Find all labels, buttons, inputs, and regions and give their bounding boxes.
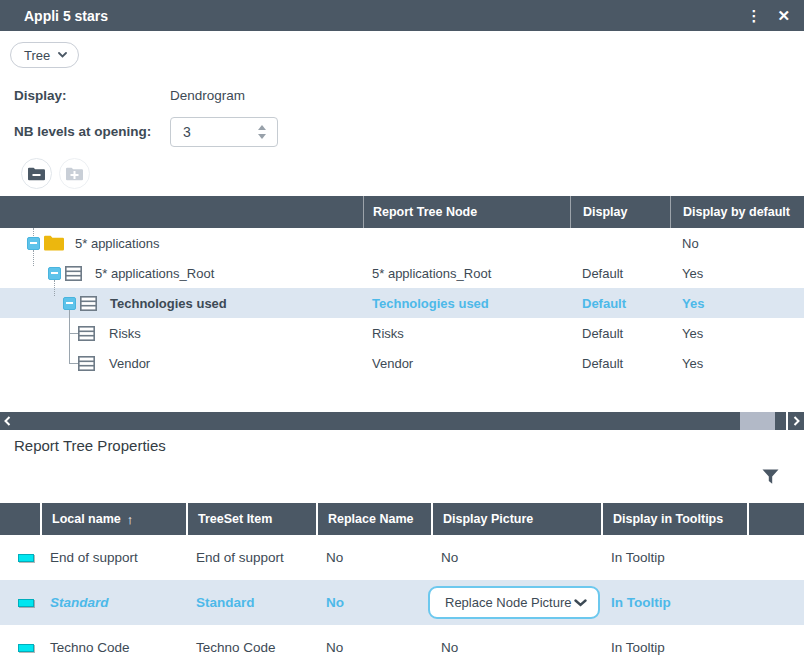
display-label: Display: (14, 88, 67, 103)
cell-display: Default (570, 356, 670, 371)
scrollbar-thumb[interactable] (740, 412, 775, 430)
view-selector-label: Tree (24, 48, 50, 63)
tree-node-icon (80, 296, 97, 311)
tree-table: Report Tree Node Display Display by defa… (0, 196, 804, 378)
col-display-picture[interactable]: Display Picture (431, 503, 601, 535)
tree-table-col-display: Display (570, 196, 670, 228)
stepper-up-icon[interactable] (258, 125, 266, 130)
cell-display-by-default: Yes (670, 296, 804, 311)
report-tree-dialog: Appli 5 stars ⋮ ✕ Tree Display: Dendrogr… (0, 0, 804, 663)
cell-report-tree-node: Vendor (363, 356, 570, 371)
cell-display-by-default: Yes (670, 356, 804, 371)
cell-treeset-item: End of support (186, 550, 316, 565)
chevron-down-icon (58, 52, 67, 58)
cell-treeset-item: Techno Code (186, 640, 316, 655)
tree-table-col-display-by-default: Display by default (670, 196, 804, 228)
col-treeset-item[interactable]: TreeSet Item (186, 503, 316, 535)
tree-row-vendor[interactable]: Vendor Vendor Default Yes (0, 348, 804, 378)
tree-node-label: Vendor (109, 356, 150, 371)
folder-icon (44, 235, 64, 251)
horizontal-scrollbar (0, 412, 804, 430)
tree-node-label: 5* applications (75, 236, 160, 251)
tree-node-icon (78, 356, 95, 371)
tree-row-5-star-applications[interactable]: 5* applications No (0, 228, 804, 258)
cell-display-in-tooltips: In Tooltip (601, 550, 747, 565)
scroll-right-icon (793, 416, 800, 426)
property-row-standard[interactable]: Standard Standard No Replace Node Pictur… (0, 580, 804, 625)
cell-display-by-default: Yes (670, 266, 804, 281)
cell-display-by-default: Yes (670, 326, 804, 341)
properties-section-title: Report Tree Properties (14, 437, 166, 454)
node-picture-swatch (18, 599, 34, 607)
properties-table: Local name ↑ TreeSet Item Replace Name D… (0, 503, 804, 663)
cell-display-in-tooltips: In Tooltip (601, 640, 747, 655)
cell-display-picture: No (431, 550, 601, 565)
properties-table-header: Local name ↑ TreeSet Item Replace Name D… (0, 503, 804, 535)
collapse-toggle-icon[interactable] (48, 267, 61, 280)
node-picture-swatch (18, 554, 34, 562)
col-spacer (747, 503, 804, 535)
cell-treeset-item: Standard (186, 595, 316, 610)
cell-replace-name: No (316, 640, 431, 655)
property-row-techno-code[interactable]: Techno Code Techno Code No No In Tooltip (0, 625, 804, 663)
col-local-name[interactable]: Local name ↑ (40, 503, 186, 535)
cell-report-tree-node: 5* applications_Root (363, 266, 570, 281)
display-value: Dendrogram (170, 88, 245, 103)
property-row-end-of-support[interactable]: End of support End of support No No In T… (0, 535, 804, 580)
folder-plus-icon (66, 167, 83, 181)
tree-row-technologies-used[interactable]: Technologies used Technologies used Defa… (0, 288, 804, 318)
tree-toolbar (21, 158, 90, 189)
filter-button[interactable] (761, 468, 780, 489)
col-picture (0, 503, 40, 535)
nb-levels-input[interactable] (171, 124, 258, 140)
dialog-title: Appli 5 stars (24, 8, 108, 24)
cell-replace-name: No (316, 550, 431, 565)
tree-table-header: Report Tree Node Display Display by defa… (0, 196, 804, 228)
tree-node-icon (65, 266, 82, 281)
stepper-down-icon[interactable] (258, 134, 266, 139)
cell-display-picture: No (431, 640, 601, 655)
cell-replace-name: No (316, 595, 431, 610)
collapse-toggle-icon[interactable] (63, 297, 76, 310)
tree-table-col-report-tree-node: Report Tree Node (363, 196, 570, 228)
cell-display: Default (570, 326, 670, 341)
titlebar-actions: ⋮ ✕ (746, 8, 790, 23)
cell-display-by-default: No (670, 236, 804, 251)
scroll-right-button[interactable] (788, 412, 804, 430)
nb-levels-label: NB levels at opening: (14, 124, 151, 139)
cell-local-name: End of support (40, 550, 186, 565)
tree-node-icon (78, 326, 95, 341)
tree-node-label: Risks (109, 326, 141, 341)
add-folder-button[interactable] (59, 158, 90, 189)
tree-row-risks[interactable]: Risks Risks Default Yes (0, 318, 804, 348)
col-display-in-tooltips[interactable]: Display in Tooltips (601, 503, 747, 535)
replace-node-picture-dropdown[interactable]: Replace Node Picture (428, 586, 600, 619)
dropdown-selected-value: Replace Node Picture (445, 595, 571, 610)
collapse-toggle-icon[interactable] (27, 237, 40, 250)
folder-minus-icon (28, 167, 45, 181)
scrollbar-track[interactable] (0, 412, 786, 430)
nb-levels-stepper[interactable] (170, 117, 278, 147)
filter-funnel-icon (761, 468, 780, 486)
tree-table-col-tree (0, 196, 363, 228)
tree-node-label: Technologies used (110, 296, 227, 311)
dialog-titlebar: Appli 5 stars ⋮ ✕ (0, 0, 804, 31)
cell-local-name: Standard (40, 595, 186, 610)
tree-node-label: 5* applications_Root (95, 266, 214, 281)
sort-asc-icon: ↑ (127, 512, 134, 527)
cell-display: Default (570, 266, 670, 281)
cell-report-tree-node: Risks (363, 326, 570, 341)
node-picture-swatch (18, 644, 34, 652)
stepper-arrows[interactable] (258, 125, 266, 139)
scroll-left-icon[interactable] (4, 416, 11, 426)
view-selector-dropdown[interactable]: Tree (10, 42, 79, 68)
menu-kebab-icon[interactable]: ⋮ (746, 8, 761, 23)
cell-report-tree-node: Technologies used (363, 296, 570, 311)
remove-folder-button[interactable] (21, 158, 52, 189)
cell-display-in-tooltips: In Tooltip (601, 595, 747, 610)
col-replace-name[interactable]: Replace Name (316, 503, 431, 535)
close-icon[interactable]: ✕ (777, 8, 790, 23)
chevron-down-icon (574, 599, 587, 607)
tree-row-5-star-applications-root[interactable]: 5* applications_Root 5* applications_Roo… (0, 258, 804, 288)
cell-display: Default (570, 296, 670, 311)
